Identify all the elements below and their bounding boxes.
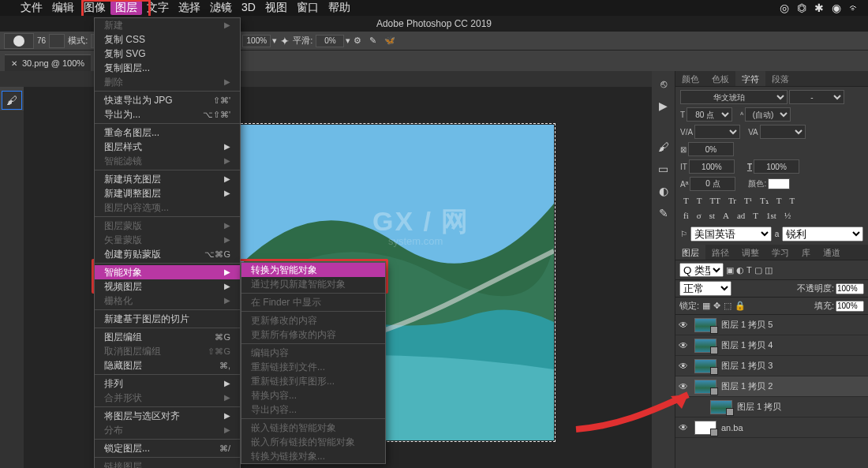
flow-field[interactable]: ▾ <box>242 35 277 47</box>
mac-menu-文字[interactable]: 文字 <box>142 1 174 15</box>
text-style-T¹[interactable]: T¹ <box>741 194 755 208</box>
text-style-T₁[interactable]: T₁ <box>757 194 772 208</box>
text-style-ad[interactable]: ad <box>734 209 748 222</box>
text-style-T[interactable]: T <box>773 194 785 208</box>
history-panel-icon[interactable]: ⎋ <box>654 74 673 93</box>
text-style-buttons-row2[interactable]: fiσstAadT1st½ <box>680 209 863 222</box>
horiz-scale-field[interactable] <box>689 159 735 174</box>
lock-position-icon[interactable]: ✥ <box>713 301 720 311</box>
mac-menu-图像[interactable]: 图像 <box>79 1 110 15</box>
kerning-select[interactable] <box>694 125 740 139</box>
brush-size-number[interactable]: 76 <box>37 36 46 45</box>
document-tab[interactable]: ✕ 30.png @ 100% <box>5 54 91 71</box>
visibility-toggle-icon[interactable]: 👁 <box>679 422 690 433</box>
menu-item-将图层与选区对齐[interactable]: 将图层与选区对齐▶ <box>95 409 240 423</box>
symmetry-icon[interactable]: 🦋 <box>384 36 395 46</box>
menu-item-转换为智能对象[interactable]: 转换为智能对象 <box>241 263 385 277</box>
menu-item-重命名图层...[interactable]: 重命名图层... <box>95 125 240 140</box>
tab-学习[interactable]: 学习 <box>765 245 795 260</box>
mac-menu-编辑[interactable]: 编辑 <box>47 1 79 15</box>
baseline-field[interactable] <box>690 177 735 191</box>
text-color-swatch[interactable] <box>768 178 790 189</box>
mac-status-icon[interactable]: ⏣ <box>797 2 806 14</box>
filter-text-icon[interactable]: T <box>746 265 752 275</box>
vertical-scale-field[interactable] <box>688 142 734 156</box>
mac-status-icon[interactable]: ◉ <box>832 2 841 14</box>
font-family-select[interactable]: 华文琥珀 <box>680 90 788 104</box>
text-style-A[interactable]: A <box>720 209 732 222</box>
font-style-select[interactable]: - <box>789 90 844 104</box>
layer-row[interactable]: 图层 1 拷贝 <box>675 397 868 417</box>
text-style-½[interactable]: ½ <box>781 209 794 222</box>
mac-menu-帮助[interactable]: 帮助 <box>324 1 355 15</box>
layer-row[interactable]: 👁an.ba <box>675 417 868 438</box>
antialias-select[interactable]: 锐利 <box>782 227 863 241</box>
menu-item-新建调整图层[interactable]: 新建调整图层▶ <box>95 186 240 200</box>
text-style-σ[interactable]: σ <box>694 209 705 222</box>
menu-item-锁定图层...[interactable]: 锁定图层...⌘/ <box>95 441 240 455</box>
menu-item-复制 SVG[interactable]: 复制 SVG <box>95 47 240 61</box>
menu-item-隐藏图层[interactable]: 隐藏图层⌘, <box>95 358 240 373</box>
brush-preset-picker[interactable] <box>49 34 65 48</box>
text-style-buttons-row1[interactable]: TTTTTrT¹T₁TT <box>680 194 863 208</box>
tracking-select[interactable] <box>760 125 806 139</box>
text-style-st[interactable]: st <box>706 209 718 222</box>
smart-object-submenu[interactable]: 转换为智能对象通过拷贝新建智能对象在 Finder 中显示更新修改的内容更新所有… <box>241 262 386 464</box>
text-style-1st[interactable]: 1st <box>763 209 780 222</box>
airbrush-icon[interactable]: ✦ <box>280 35 290 47</box>
tab-颜色[interactable]: 颜色 <box>675 71 705 86</box>
t-scale-field[interactable] <box>754 159 799 174</box>
brushes-panel-icon[interactable]: 🖌︎ <box>654 137 673 156</box>
close-icon[interactable]: ✕ <box>11 59 17 68</box>
text-style-T[interactable]: T <box>786 194 798 208</box>
text-style-T[interactable]: T <box>694 194 705 208</box>
mac-menu-3D[interactable]: 3D <box>237 1 260 15</box>
brush-tool[interactable]: 🖌︎ <box>2 91 22 110</box>
menu-item-复制 CSS[interactable]: 复制 CSS <box>95 32 240 47</box>
tab-调整[interactable]: 调整 <box>735 245 765 260</box>
mac-menu-滤镜[interactable]: 滤镜 <box>205 1 237 15</box>
tab-色板[interactable]: 色板 <box>705 71 735 86</box>
mac-menu-图层[interactable]: 图层 <box>110 1 142 15</box>
menu-item-智能对象[interactable]: 智能对象▶ <box>95 265 240 279</box>
filter-img-icon[interactable]: ▣ <box>726 265 734 275</box>
navigator-panel-icon[interactable]: ▶︎ <box>654 96 673 115</box>
text-style-Tr[interactable]: Tr <box>725 194 739 208</box>
mac-menu-文件[interactable]: 文件 <box>16 1 47 15</box>
text-style-T[interactable]: T <box>680 194 692 208</box>
pressure-size-icon[interactable]: ✎ <box>369 36 376 46</box>
layers-opacity-field[interactable] <box>836 283 864 294</box>
text-style-T[interactable]: T <box>750 209 761 222</box>
menu-item-快速导出为 JPG[interactable]: 快速导出为 JPG⇧⌘' <box>95 93 240 107</box>
menu-item-视频图层[interactable]: 视频图层▶ <box>95 279 240 294</box>
visibility-toggle-icon[interactable]: 👁 <box>679 381 690 392</box>
menu-item-排列[interactable]: 排列▶ <box>95 376 240 391</box>
tab-路径[interactable]: 路径 <box>705 245 735 260</box>
mac-menu-视图[interactable]: 视图 <box>260 1 292 15</box>
mac-status-icon[interactable]: ◎ <box>780 2 789 14</box>
smoothing-options-icon[interactable]: ⚙ <box>354 36 361 46</box>
menu-item-新建基于图层的切片[interactable]: 新建基于图层的切片 <box>95 312 240 326</box>
visibility-toggle-icon[interactable]: 👁 <box>679 320 690 331</box>
layer-row[interactable]: 👁图层 1 拷贝 4 <box>675 335 868 356</box>
filter-adj-icon[interactable]: ◐ <box>736 265 744 275</box>
layer-row[interactable]: 👁图层 1 拷贝 3 <box>675 356 868 376</box>
layers-panel-tabs[interactable]: 图层路径调整学习库通道 <box>675 245 868 260</box>
filter-smart-icon[interactable]: ◫ <box>765 265 773 275</box>
mac-menu-窗口[interactable]: 窗口 <box>292 1 324 15</box>
visibility-toggle-icon[interactable]: 👁 <box>679 361 690 372</box>
leading-select[interactable]: (自动) <box>745 107 791 122</box>
tab-通道[interactable]: 通道 <box>817 245 847 260</box>
current-tool-swatch[interactable] <box>4 33 34 49</box>
text-style-TT[interactable]: TT <box>706 194 723 208</box>
filter-shape-icon[interactable]: ▢ <box>754 265 762 275</box>
menu-item-图层样式[interactable]: 图层样式▶ <box>95 140 240 154</box>
layer-row[interactable]: 👁图层 1 拷贝 5 <box>675 315 868 335</box>
layers-fill-field[interactable] <box>836 301 864 312</box>
properties-panel-icon[interactable]: ▭ <box>654 159 673 178</box>
tab-段落[interactable]: 段落 <box>765 71 795 86</box>
font-size-select[interactable]: 80 点 <box>687 107 732 122</box>
menu-item-创建剪贴蒙版[interactable]: 创建剪贴蒙版⌥⌘G <box>95 247 240 261</box>
tab-图层[interactable]: 图层 <box>675 245 705 260</box>
blend-mode-select-layers[interactable]: 正常 <box>679 281 731 296</box>
